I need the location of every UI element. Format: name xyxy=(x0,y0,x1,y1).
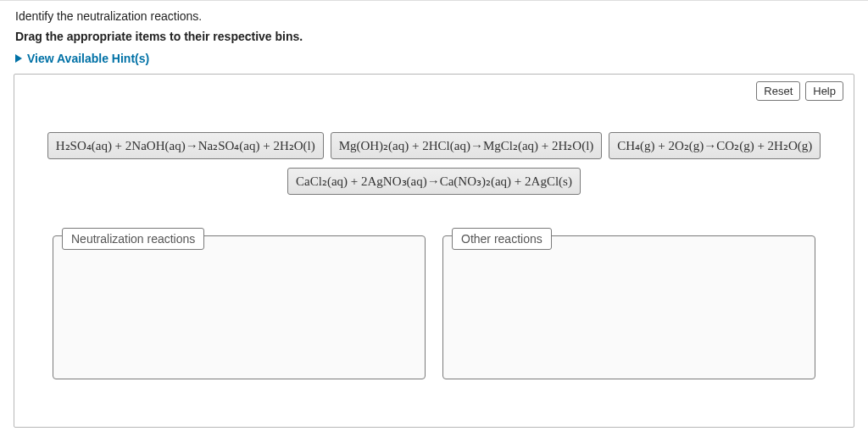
reset-button[interactable]: Reset xyxy=(756,81,800,101)
reaction-tile-1[interactable]: H₂SO₄(aq) + 2NaOH(aq)→Na₂SO₄(aq) + 2H₂O(… xyxy=(47,132,324,159)
bin-other-label: Other reactions xyxy=(452,228,552,250)
view-hints-label: View Available Hint(s) xyxy=(27,52,149,65)
drag-drop-panel: Reset Help H₂SO₄(aq) + 2NaOH(aq)→Na₂SO₄(… xyxy=(14,74,854,428)
bin-neutralization-label: Neutralization reactions xyxy=(62,228,204,250)
bin-other[interactable]: Other reactions xyxy=(442,235,815,379)
view-hints-toggle[interactable]: View Available Hint(s) xyxy=(15,52,149,65)
reaction-tile-3[interactable]: CH₄(g) + 2O₂(g)→CO₂(g) + 2H₂O(g) xyxy=(609,132,821,159)
question-intro: Identify the neutralization reactions. xyxy=(0,1,868,26)
help-button[interactable]: Help xyxy=(805,81,843,101)
bin-neutralization[interactable]: Neutralization reactions xyxy=(53,235,426,379)
question-instruction: Drag the appropriate items to their resp… xyxy=(0,26,868,52)
reaction-tile-2[interactable]: Mg(OH)₂(aq) + 2HCl(aq)→MgCl₂(aq) + 2H₂O(… xyxy=(331,132,603,159)
reaction-tile-4[interactable]: CaCl₂(aq) + 2AgNO₃(aq)→Ca(NO₃)₂(aq) + 2A… xyxy=(287,168,581,195)
chevron-right-icon xyxy=(15,54,22,63)
